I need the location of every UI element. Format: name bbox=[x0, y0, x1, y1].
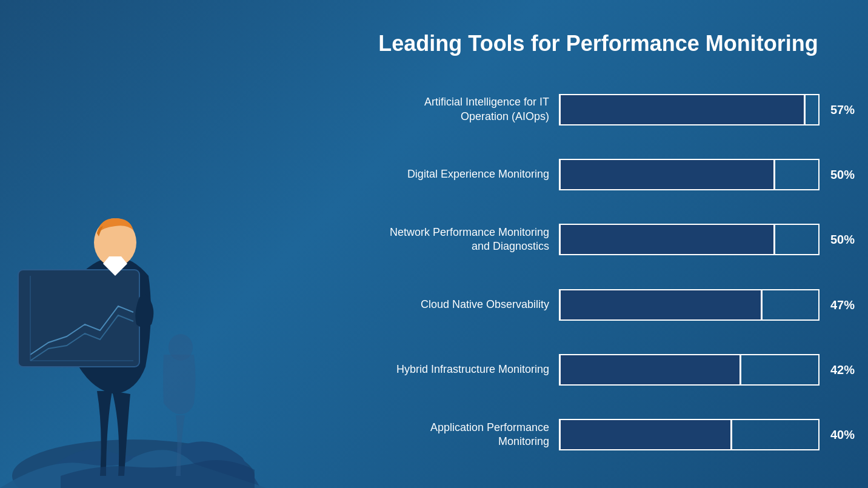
bar-fill bbox=[561, 160, 775, 189]
bar-value-label: 50% bbox=[830, 233, 855, 247]
bar-track: 42% bbox=[559, 354, 820, 386]
bar-fill bbox=[561, 95, 806, 124]
bar-label: Network Performance Monitoring and Diagn… bbox=[377, 226, 559, 254]
bar-label: Artificial Intelligence for IT Operation… bbox=[377, 95, 559, 124]
bar-track: 57% bbox=[559, 94, 820, 125]
bar-value-label: 42% bbox=[830, 363, 855, 377]
bar-label: Application Performance Monitoring bbox=[377, 421, 559, 449]
svg-rect-1 bbox=[18, 270, 139, 367]
bar-value-label: 57% bbox=[830, 102, 855, 116]
chart-row: Digital Experience Monitoring50% bbox=[377, 159, 820, 190]
chart-row: Artificial Intelligence for IT Operation… bbox=[377, 94, 820, 125]
bar-label: Cloud Native Observability bbox=[377, 298, 559, 312]
chart-container: Artificial Intelligence for IT Operation… bbox=[377, 81, 820, 464]
bar-track: 50% bbox=[559, 159, 820, 190]
bar-track: 47% bbox=[559, 289, 820, 321]
bar-label: Hybrid Infrastructure Monitoring bbox=[377, 363, 559, 376]
bar-track-wrap: 50% bbox=[559, 224, 820, 255]
bars-group: Artificial Intelligence for IT Operation… bbox=[377, 81, 820, 464]
page-title: Leading Tools for Performance Monitoring bbox=[377, 30, 820, 56]
chart-row: Cloud Native Observability47% bbox=[377, 289, 820, 321]
bar-track-wrap: 42% bbox=[559, 354, 820, 386]
chart-row: Network Performance Monitoring and Diagn… bbox=[377, 224, 820, 255]
bar-fill bbox=[561, 225, 775, 254]
chart-row: Application Performance Monitoring40% bbox=[377, 419, 820, 450]
bar-track-wrap: 57% bbox=[559, 94, 820, 125]
bar-track-wrap: 47% bbox=[559, 289, 820, 321]
bar-value-label: 50% bbox=[830, 168, 855, 182]
bar-track-wrap: 40% bbox=[559, 419, 820, 450]
chart-row: Hybrid Infrastructure Monitoring42% bbox=[377, 354, 820, 386]
illustration bbox=[0, 64, 291, 488]
bar-track: 40% bbox=[559, 419, 820, 450]
bar-label: Digital Experience Monitoring bbox=[377, 167, 559, 181]
bar-value-label: 47% bbox=[830, 298, 855, 312]
bar-fill bbox=[561, 420, 732, 449]
content-area: Leading Tools for Performance Monitoring… bbox=[341, 0, 868, 488]
bar-track: 50% bbox=[559, 224, 820, 255]
svg-point-5 bbox=[169, 334, 193, 361]
bar-track-wrap: 50% bbox=[559, 159, 820, 190]
bar-fill bbox=[561, 290, 763, 319]
bar-value-label: 40% bbox=[830, 428, 855, 442]
bar-fill bbox=[561, 355, 741, 384]
